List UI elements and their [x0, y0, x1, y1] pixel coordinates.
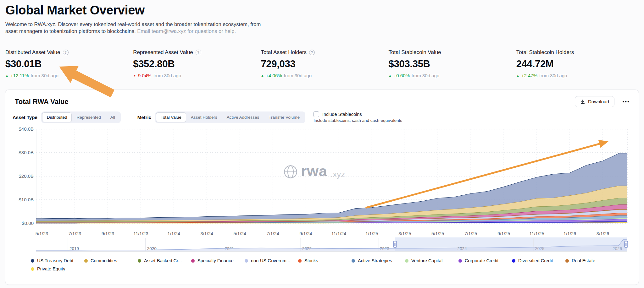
legend-label: Stocks — [304, 258, 318, 263]
stats-row: Distributed Asset Value?$30.01B▲+12.11%f… — [5, 49, 644, 78]
legend-dot — [512, 259, 515, 263]
stat-label: Total Stablecoin Value — [389, 49, 516, 56]
legend-label: Real Estate — [572, 258, 595, 263]
controls-divider — [129, 113, 129, 122]
x-axis-label: 5/1/25 — [431, 231, 444, 236]
legend-dot — [405, 259, 408, 263]
x-axis-label: 9/1/25 — [497, 231, 510, 236]
legend-item[interactable]: Private Equity — [31, 266, 84, 271]
include-stablecoins-checkbox[interactable] — [314, 111, 319, 117]
help-icon[interactable]: ? — [196, 50, 201, 55]
legend-item[interactable]: Asset-Backed Cr... — [138, 258, 191, 263]
legend-label: Private Equity — [37, 266, 65, 271]
total-rwa-value-chart[interactable]: $40.0B$30.0B$20.0B$10.0B$0.005/1/237/1/2… — [5, 126, 639, 255]
legend-label: US Treasury Debt — [37, 258, 73, 263]
stat-label-text: Total Stablecoin Value — [389, 49, 441, 56]
overview-timeline[interactable]: 20192020202120222023202420252026 — [36, 237, 628, 252]
brush-handle-right[interactable] — [625, 241, 628, 247]
x-axis-label: 3/1/25 — [398, 231, 411, 236]
legend-item[interactable]: Venture Capital — [405, 258, 458, 263]
legend-item[interactable]: Real Estate — [565, 258, 619, 263]
delta-suffix: from 30d ago — [539, 73, 567, 78]
legend-label: Corporate Credit — [465, 258, 498, 263]
asset-type-label: Asset Type — [13, 115, 37, 120]
page-subtitle: Welcome to RWA.xyz. Discover every token… — [5, 21, 262, 35]
legend-label: Active Strategies — [358, 258, 392, 263]
stat-value: $30.01B — [5, 58, 133, 70]
page-header: Global Market Overview Welcome to RWA.xy… — [0, 0, 644, 35]
legend-label: non-US Governm... — [251, 258, 290, 263]
legend-label: Asset-Backed Cr... — [144, 258, 182, 263]
stat-value: 729,033 — [261, 58, 388, 70]
stacked-area-series[interactable] — [36, 153, 627, 223]
legend-item[interactable]: Stocks — [298, 258, 352, 263]
delta-percent: +12.11% — [10, 73, 29, 78]
stat-label: Total Asset Holders? — [261, 49, 388, 56]
stat-label-text: Total Asset Holders — [261, 49, 307, 56]
include-stablecoins-sublabel: Include stablecoins, cash and cash-equiv… — [314, 118, 402, 123]
delta-down-icon: ▼ — [133, 74, 136, 77]
x-axis-label: 3/1/26 — [597, 231, 609, 236]
stat-delta: ▲+4.06%from 30d ago — [261, 73, 388, 78]
page-title: Global Market Overview — [5, 3, 644, 17]
stat-card: Represented Asset Value?$352.80B▼9.04%fr… — [133, 49, 261, 78]
asset-type-option-distributed[interactable]: Distributed — [42, 112, 72, 122]
stat-delta: ▲+0.60%from 30d ago — [389, 73, 516, 78]
stat-card: Total Stablecoin Value$303.35B▲+0.60%fro… — [389, 49, 516, 78]
x-axis-label: 1/1/25 — [365, 231, 378, 236]
chart-controls: Asset Type DistributedRepresentedAll Met… — [13, 111, 639, 123]
delta-up-icon: ▲ — [261, 74, 264, 77]
help-icon[interactable]: ? — [63, 50, 69, 55]
x-axis-label: 7/1/23 — [69, 231, 81, 236]
legend-label: Commodities — [91, 258, 117, 263]
x-axis-label: 11/1/24 — [331, 231, 346, 236]
brush-handle-left[interactable] — [393, 241, 397, 247]
total-rwa-value-card: Total RWA Value Download ••• Asset Type … — [5, 90, 639, 285]
y-axis-label: $0.00 — [22, 220, 34, 226]
legend-item[interactable]: Specialty Finance — [191, 258, 245, 263]
download-button[interactable]: Download — [575, 96, 614, 107]
delta-suffix: from 30d ago — [412, 73, 439, 78]
delta-up-icon: ▲ — [516, 74, 519, 77]
delta-up-icon: ▲ — [389, 74, 392, 77]
metric-option-transfer-volume[interactable]: Transfer Volume — [264, 112, 304, 122]
x-axis-label: 11/1/25 — [529, 231, 544, 236]
ellipsis-icon: ••• — [623, 99, 630, 104]
y-axis-label: $10.0B — [19, 197, 34, 202]
metric-option-active-addresses[interactable]: Active Addresses — [222, 112, 264, 122]
x-axis-label: 11/1/23 — [133, 231, 148, 236]
legend-item[interactable]: Diversified Credit — [512, 258, 565, 263]
legend-dot — [31, 259, 34, 263]
x-axis-label: 3/1/24 — [201, 231, 213, 236]
stat-label: Distributed Asset Value? — [5, 49, 133, 56]
card-actions: Download ••• — [575, 96, 633, 107]
delta-suffix: from 30d ago — [153, 73, 181, 78]
delta-suffix: from 30d ago — [284, 73, 312, 78]
stat-card: Total Stablecoin Holders244.72M▲+2.47%fr… — [516, 49, 644, 78]
metric-option-total-value[interactable]: Total Value — [156, 112, 186, 122]
include-stablecoins-label[interactable]: Include Stablecoins — [322, 112, 362, 117]
asset-type-segmented-control: DistributedRepresentedAll — [41, 111, 121, 123]
asset-type-option-represented[interactable]: Represented — [72, 112, 105, 122]
stat-value: $352.80B — [133, 58, 261, 70]
legend-item[interactable]: Commodities — [84, 258, 138, 263]
legend-dot — [458, 259, 462, 263]
legend-item[interactable]: Corporate Credit — [458, 258, 512, 263]
card-header: Total RWA Value Download ••• — [5, 90, 639, 107]
legend-item[interactable]: Active Strategies — [352, 258, 405, 263]
legend-item[interactable]: US Treasury Debt — [31, 258, 84, 263]
email-link[interactable]: Email team@rwa.xyz for questions or help… — [137, 28, 236, 34]
x-axis-label: 7/1/24 — [266, 231, 279, 236]
stat-delta: ▼9.04%from 30d ago — [133, 73, 261, 78]
x-axis-label: 5/1/24 — [233, 231, 246, 236]
legend-dot — [138, 259, 141, 263]
help-icon[interactable]: ? — [309, 50, 315, 55]
asset-type-option-all[interactable]: All — [106, 112, 120, 122]
metric-option-asset-holders[interactable]: Asset Holders — [186, 112, 222, 122]
delta-percent: +2.47% — [521, 73, 537, 78]
more-options-button[interactable]: ••• — [619, 97, 633, 106]
stat-label-text: Distributed Asset Value — [5, 49, 60, 56]
legend-item[interactable]: non-US Governm... — [245, 258, 298, 263]
delta-suffix: from 30d ago — [31, 73, 58, 78]
legend-dot — [352, 259, 355, 263]
